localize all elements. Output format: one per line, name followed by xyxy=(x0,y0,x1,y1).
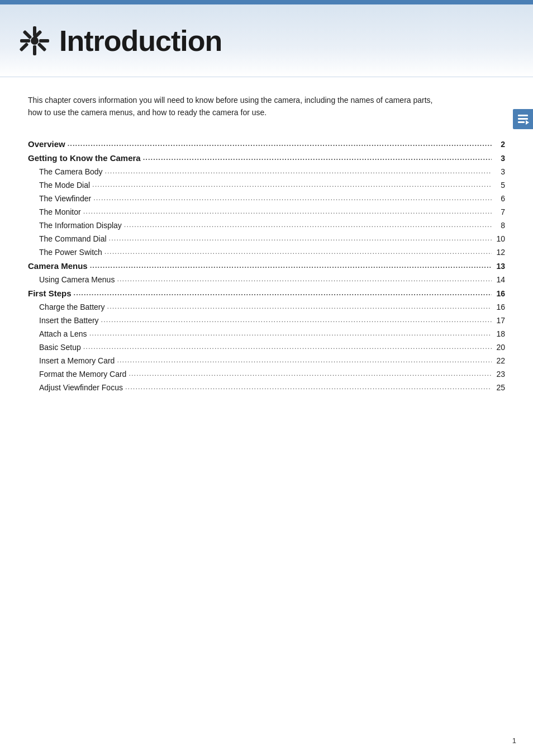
table-of-contents: Overview2Getting to Know the Camera3The … xyxy=(28,139,505,392)
toc-label: Overview xyxy=(28,139,65,149)
toc-entry[interactable]: The Information Display8 xyxy=(28,221,505,230)
toc-entry[interactable]: Insert the Battery17 xyxy=(28,316,505,325)
toc-label: First Steps xyxy=(28,289,72,298)
toc-page-number: 3 xyxy=(494,154,505,163)
sidebar-nav-icon[interactable] xyxy=(513,109,533,129)
toc-entry[interactable]: The Mode Dial5 xyxy=(28,181,505,190)
toc-entry[interactable]: Attach a Lens18 xyxy=(28,329,505,338)
toc-entry[interactable]: The Power Switch12 xyxy=(28,248,505,257)
page-number: 1 xyxy=(512,736,516,745)
toc-page-number: 8 xyxy=(494,221,505,230)
toc-label: Basic Setup xyxy=(39,343,81,352)
toc-dots xyxy=(143,152,492,162)
toc-dots xyxy=(105,166,492,175)
toc-label: Adjust Viewfinder Focus xyxy=(39,383,123,392)
toc-label: The Viewfinder xyxy=(39,194,91,203)
intro-paragraph: This chapter covers information you will… xyxy=(28,94,447,119)
toc-page-number: 16 xyxy=(494,303,505,311)
toc-entry[interactable]: The Monitor7 xyxy=(28,207,505,216)
svg-rect-8 xyxy=(20,42,29,51)
toc-entry[interactable]: Camera Menus13 xyxy=(28,261,505,271)
top-accent-bar xyxy=(0,0,533,4)
toc-page-number: 7 xyxy=(494,207,505,216)
toc-entry[interactable]: Getting to Know the Camera3 xyxy=(28,153,505,163)
toc-entry[interactable]: The Viewfinder6 xyxy=(28,194,505,203)
svg-rect-2 xyxy=(33,45,36,55)
toc-label: Charge the Battery xyxy=(39,303,105,311)
toc-page-number: 14 xyxy=(494,275,505,284)
toc-label: Attach a Lens xyxy=(39,329,87,338)
chapter-icon xyxy=(16,22,54,60)
toc-page-number: 6 xyxy=(494,194,505,203)
toc-page-number: 20 xyxy=(494,343,505,352)
toc-label: The Information Display xyxy=(39,221,122,230)
toc-label: Getting to Know the Camera xyxy=(28,153,141,163)
toc-page-number: 10 xyxy=(494,234,505,243)
toc-page-number: 13 xyxy=(494,262,505,271)
header-section: Introduction xyxy=(0,4,533,77)
toc-page-number: 12 xyxy=(494,248,505,257)
svg-rect-9 xyxy=(518,115,528,116)
toc-dots xyxy=(89,328,492,337)
toc-page-number: 18 xyxy=(494,329,505,338)
toc-entry[interactable]: Format the Memory Card23 xyxy=(28,370,505,379)
toc-page-number: 5 xyxy=(494,181,505,190)
toc-page-number: 2 xyxy=(494,140,505,149)
toc-label: Using Camera Menus xyxy=(39,275,115,284)
svg-rect-6 xyxy=(37,42,47,51)
toc-label: Camera Menus xyxy=(28,261,88,271)
toc-page-number: 16 xyxy=(494,289,505,298)
toc-entry[interactable]: Basic Setup20 xyxy=(28,343,505,352)
toc-entry[interactable]: Insert a Memory Card22 xyxy=(28,356,505,365)
toc-entry[interactable]: Using Camera Menus14 xyxy=(28,275,505,284)
toc-label: Insert the Battery xyxy=(39,316,99,325)
svg-marker-12 xyxy=(526,120,529,125)
toc-dots xyxy=(74,287,492,297)
page-title: Introduction xyxy=(59,24,222,58)
toc-page-number: 3 xyxy=(494,167,505,176)
toc-dots xyxy=(68,138,492,148)
toc-label: Insert a Memory Card xyxy=(39,356,115,365)
toc-entry[interactable]: Charge the Battery16 xyxy=(28,303,505,311)
svg-rect-11 xyxy=(518,121,525,123)
svg-rect-5 xyxy=(23,30,32,39)
toc-label: The Power Switch xyxy=(39,248,102,257)
toc-dots xyxy=(109,233,492,242)
toc-entry[interactable]: Overview2 xyxy=(28,139,505,149)
toc-dots xyxy=(129,368,492,377)
toc-page-number: 17 xyxy=(494,316,505,325)
toc-dots xyxy=(117,274,492,283)
toc-dots xyxy=(93,193,492,202)
toc-label: The Command Dial xyxy=(39,234,107,243)
toc-dots xyxy=(124,220,492,229)
toc-entry[interactable]: The Command Dial10 xyxy=(28,234,505,243)
toc-dots xyxy=(83,342,492,351)
toc-dots xyxy=(92,179,492,188)
toc-entry[interactable]: The Camera Body3 xyxy=(28,167,505,176)
toc-page-number: 25 xyxy=(494,383,505,392)
toc-entry[interactable]: First Steps16 xyxy=(28,289,505,298)
toc-dots xyxy=(107,301,492,310)
svg-rect-10 xyxy=(518,118,528,120)
toc-page-number: 23 xyxy=(494,370,505,379)
toc-entry[interactable]: Adjust Viewfinder Focus25 xyxy=(28,383,505,392)
toc-dots xyxy=(101,315,492,324)
toc-dots xyxy=(104,247,492,256)
toc-dots xyxy=(90,260,492,270)
svg-rect-3 xyxy=(20,39,30,42)
toc-page-number: 22 xyxy=(494,356,505,365)
toc-label: The Mode Dial xyxy=(39,181,90,190)
toc-label: The Camera Body xyxy=(39,167,103,176)
toc-dots xyxy=(83,206,492,215)
toc-dots xyxy=(117,355,492,364)
toc-label: Format the Memory Card xyxy=(39,370,126,379)
toc-dots xyxy=(125,382,492,391)
main-content: This chapter covers information you will… xyxy=(0,77,533,424)
svg-rect-4 xyxy=(39,39,49,42)
toc-label: The Monitor xyxy=(39,207,81,216)
